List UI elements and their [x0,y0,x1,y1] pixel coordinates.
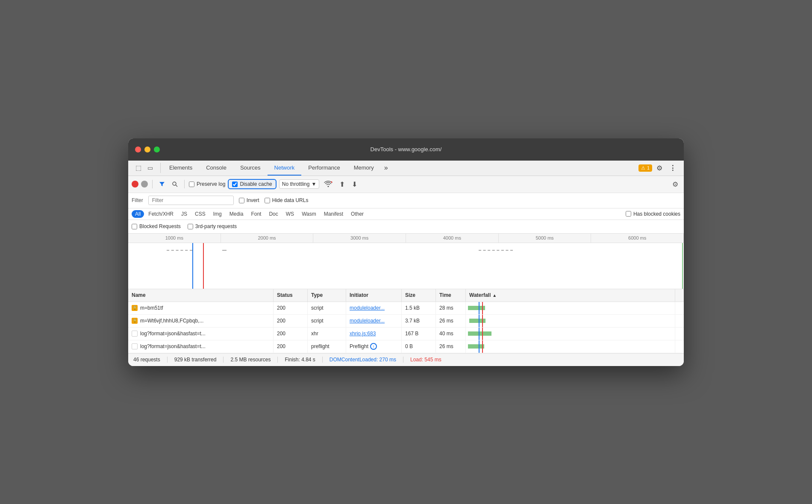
timeline-blue-line [192,243,193,289]
td-initiator-1: moduleloader... [346,302,402,314]
maximize-button[interactable] [154,147,160,152]
td-status-2: 200 [274,315,308,327]
table-row[interactable]: 🔒 m=bm51tf 200 script moduleloader... 1.… [128,302,684,315]
dashed-line-3 [479,250,513,251]
tab-elements[interactable]: Elements [162,160,199,176]
blocked-requests-checkbox[interactable] [132,224,137,229]
blocked-requests-label[interactable]: Blocked Requests [132,223,181,229]
record-button[interactable] [132,181,138,188]
th-type[interactable]: Type [308,289,346,302]
td-time-4: 26 ms [436,340,466,353]
filter-manifest-button[interactable]: Manifest [321,210,347,218]
stop-button[interactable] [141,181,148,188]
filter-input[interactable] [148,196,234,205]
tab-console[interactable]: Console [199,160,233,176]
th-time[interactable]: Time [436,289,466,302]
td-initiator-4: Preflight ↑ [346,340,402,353]
separator2 [184,180,185,188]
tab-bar: ⬚ ▭ Elements Console Sources Network Per… [128,161,684,176]
td-end-1 [675,302,684,314]
timeline-area: 1000 ms 2000 ms 3000 ms 4000 ms 5000 ms … [128,234,684,289]
tab-network[interactable]: Network [268,160,302,176]
blocked-requests-bar: Blocked Requests 3rd-party requests [128,220,684,234]
traffic-lights [135,147,160,152]
initiator-link-1[interactable]: moduleloader... [350,305,385,311]
filter-fetch-xhr-button[interactable]: Fetch/XHR [145,210,177,218]
has-blocked-cookies-checkbox[interactable] [626,211,631,217]
lock-icon-1: 🔒 [132,305,138,311]
tab-more-button[interactable]: » [381,160,391,176]
hide-data-urls-checkbox[interactable] [265,198,270,203]
table-row[interactable]: 🔒 m=Wt6vjf,hhhU8,FCpbqb,... 200 script m… [128,315,684,328]
minimize-button[interactable] [144,147,150,152]
td-status-1: 200 [274,302,308,314]
tab-performance[interactable]: Performance [301,160,347,176]
preserve-log-label[interactable]: Preserve log [189,181,225,187]
inspect-element-button[interactable]: ⬚ [133,163,144,173]
third-party-checkbox[interactable] [188,224,193,229]
load-time: Load: 545 ms [410,357,441,363]
search-button[interactable] [170,180,180,188]
td-name-2: 🔒 m=Wt6vjf,hhhU8,FCpbqb,... [128,315,274,327]
filter-other-button[interactable]: Other [347,210,367,218]
th-initiator[interactable]: Initiator [346,289,402,302]
initiator-link-2[interactable]: moduleloader... [350,318,385,324]
filter-ws-button[interactable]: WS [282,210,297,218]
throttle-select[interactable]: No throttling ▼ [279,179,320,189]
table-row[interactable]: log?format=json&hasfast=t... 200 xhr xhr… [128,328,684,340]
th-waterfall[interactable]: Waterfall ▲ [466,289,675,302]
download-icon-button[interactable]: ⬇ [350,179,359,190]
td-size-4: 0 B [402,340,436,353]
settings-button[interactable]: ⚙ [654,162,665,174]
td-initiator-2: moduleloader... [346,315,402,327]
td-time-2: 26 ms [436,315,466,327]
td-name-4: log?format=json&hasfast=t... [128,340,274,353]
sort-arrow-icon: ▲ [492,293,497,298]
table-row[interactable]: log?format=json&hasfast=t... 200 preflig… [128,340,684,353]
dom-content-loaded: DOMContentLoaded: 270 ms [330,357,403,363]
tab-sources[interactable]: Sources [233,160,268,176]
waterfall-vline-red-1 [482,302,483,314]
more-options-button[interactable]: ⋮ [667,162,679,174]
filter-all-button[interactable]: All [132,210,144,218]
preserve-log-checkbox[interactable] [189,182,194,187]
upload-icon-button[interactable]: ⬆ [337,179,347,190]
filter-img-button[interactable]: Img [210,210,225,218]
close-button[interactable] [135,147,141,152]
wifi-icon-button[interactable] [322,179,335,189]
status-bar: 46 requests 929 kB transferred 2.5 MB re… [128,353,684,366]
th-status[interactable]: Status [274,289,308,302]
td-type-2: script [308,315,346,327]
has-blocked-cookies[interactable]: Has blocked cookies [626,211,680,217]
filter-doc-button[interactable]: Doc [265,210,281,218]
filter-font-button[interactable]: Font [247,210,265,218]
th-name[interactable]: Name [128,289,274,302]
td-size-1: 1.5 kB [402,302,436,314]
th-size[interactable]: Size [402,289,436,302]
tab-memory[interactable]: Memory [347,160,381,176]
network-toolbar: Preserve log Disable cache No throttling… [128,176,684,193]
td-size-2: 3.7 kB [402,315,436,327]
invert-label[interactable]: Invert [239,197,259,203]
invert-checkbox[interactable] [239,198,244,203]
filter-icon-button[interactable] [157,180,167,188]
filter-js-button[interactable]: JS [178,210,191,218]
td-waterfall-4 [466,340,675,353]
filter-wasm-button[interactable]: Wasm [298,210,320,218]
td-end-2 [675,315,684,327]
notification-badge[interactable]: ⚠ 1 [638,164,652,172]
request-table: Name Status Type Initiator Size Time Wat… [128,289,684,353]
device-toolbar-button[interactable]: ▭ [145,163,155,173]
disable-cache-wrapper: Disable cache [228,179,276,189]
disable-cache-label[interactable]: Disable cache [232,181,272,187]
waterfall-bar-2 [469,319,485,323]
initiator-link-3[interactable]: xhrio.js:683 [350,331,376,337]
filter-media-button[interactable]: Media [226,210,247,218]
settings-icon-button[interactable]: ⚙ [670,179,680,190]
filter-css-button[interactable]: CSS [191,210,209,218]
hide-data-urls-label[interactable]: Hide data URLs [265,197,309,203]
disable-cache-checkbox[interactable] [232,182,238,187]
finish-time: Finish: 4.84 s [285,357,322,363]
waterfall-vline-red-3 [482,328,483,340]
third-party-label[interactable]: 3rd-party requests [188,223,237,229]
